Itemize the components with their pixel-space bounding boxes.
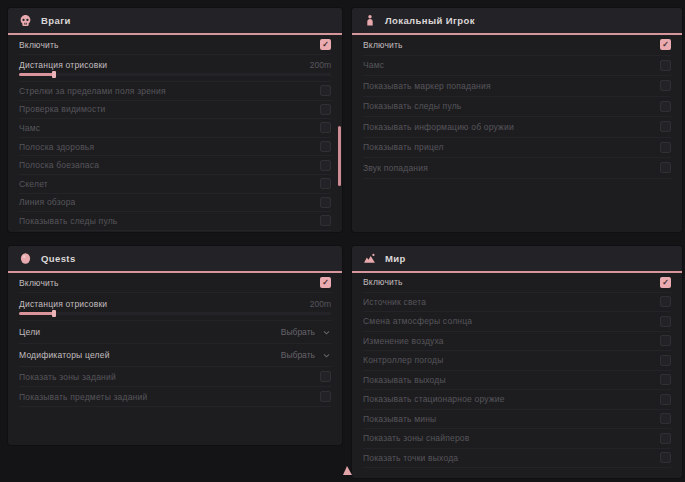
checkbox[interactable]: [320, 160, 331, 171]
panel-quests: Quests Включить✓Дистанция отрисовки200mЦ…: [8, 246, 342, 445]
settings-row: Дистанция отрисовки200m: [19, 55, 331, 82]
settings-row: ЦелиВыбрать: [19, 321, 331, 344]
settings-row: Включить✓: [363, 35, 671, 56]
settings-row: Показывать прицел: [363, 138, 671, 159]
slider-thumb[interactable]: [52, 71, 56, 78]
checkbox[interactable]: [660, 316, 671, 327]
checkbox[interactable]: [660, 121, 671, 132]
row-label: Чамс: [363, 60, 384, 70]
panel-header[interactable]: Мир: [352, 246, 682, 273]
checkbox[interactable]: [320, 104, 331, 115]
settings-row: Изменение воздуха: [363, 332, 671, 352]
checkbox[interactable]: [660, 60, 671, 71]
row-label: Контроллер погоды: [363, 355, 444, 365]
row-label: Показывать выходы: [363, 375, 446, 385]
checkbox[interactable]: [660, 101, 671, 112]
checkbox[interactable]: [660, 433, 671, 444]
dropdown-select[interactable]: Выбрать: [281, 350, 331, 360]
slider-value: 200m: [310, 60, 331, 70]
panel-header[interactable]: Quests: [8, 246, 342, 273]
settings-row: Полоска здоровья: [19, 138, 331, 157]
skull-icon: [19, 14, 32, 27]
quest-icon: [19, 252, 32, 265]
settings-row: Стрелки за пределами поля зрения: [19, 82, 331, 101]
slider-value: 200m: [310, 299, 331, 309]
settings-row: Контроллер погоды: [363, 351, 671, 371]
panel-body: Включить✓Дистанция отрисовки200mЦелиВыбр…: [8, 273, 342, 407]
checkbox[interactable]: ✓: [660, 277, 671, 288]
checkbox[interactable]: [320, 391, 331, 402]
mountain-icon: [363, 252, 376, 265]
dropdown-select[interactable]: Выбрать: [281, 327, 331, 337]
settings-row: Модификаторы целейВыбрать: [19, 344, 331, 367]
checkbox[interactable]: [660, 413, 671, 424]
checkbox[interactable]: [660, 452, 671, 463]
settings-row: Показать зоны заданий: [19, 367, 331, 387]
slider-thumb[interactable]: [52, 310, 56, 317]
settings-row: Чамс: [363, 56, 671, 77]
checkbox[interactable]: [660, 374, 671, 385]
checkbox[interactable]: [320, 371, 331, 382]
settings-row: Включить✓: [19, 35, 331, 55]
panel-title: Враги: [41, 15, 71, 26]
row-label: Включить: [363, 277, 403, 287]
panel-title: Мир: [385, 253, 406, 264]
row-label: Звук попадания: [363, 163, 428, 173]
checkbox[interactable]: [320, 197, 331, 208]
settings-row: Звук попадания: [363, 158, 671, 179]
person-icon: [363, 14, 376, 27]
row-label: Дистанция отрисовки: [19, 299, 107, 309]
checkbox[interactable]: ✓: [320, 39, 331, 50]
checkbox[interactable]: [320, 122, 331, 133]
settings-row: Показывать стационарное оружие: [363, 390, 671, 410]
slider-fill: [19, 73, 55, 76]
row-label: Включить: [19, 40, 59, 50]
checkbox[interactable]: ✓: [660, 39, 671, 50]
row-label: Смена атмосферы солнца: [363, 316, 472, 326]
checkbox[interactable]: ✓: [320, 277, 331, 288]
settings-row: Показывать информацию об оружии: [363, 117, 671, 138]
row-label: Показывать мины: [363, 414, 436, 424]
row-label: Показывать маркер попадания: [363, 81, 491, 91]
row-label: Полоска боезапаса: [19, 160, 99, 170]
panel-local-player: Локальный Игрок Включить✓ЧамсПоказывать …: [352, 8, 682, 232]
slider-track[interactable]: [19, 73, 331, 76]
row-label: Скелет: [19, 179, 48, 189]
slider-header: Дистанция отрисовки200m: [19, 60, 331, 70]
checkbox[interactable]: [660, 394, 671, 405]
row-label: Показывать следы пуль: [363, 101, 461, 111]
scrollbar-thumb[interactable]: [338, 126, 341, 186]
checkbox[interactable]: [660, 142, 671, 153]
checkbox[interactable]: [320, 215, 331, 226]
slider-track[interactable]: [19, 312, 331, 315]
row-label: Показать зоны заданий: [19, 372, 116, 382]
checkbox[interactable]: [660, 296, 671, 307]
settings-row: Скелет: [19, 175, 331, 194]
checkbox[interactable]: [660, 335, 671, 346]
row-label: Стрелки за пределами поля зрения: [19, 86, 166, 96]
row-label: Чамс: [19, 123, 40, 133]
chevron-down-icon: [322, 351, 331, 360]
checkbox[interactable]: [660, 80, 671, 91]
settings-row: Показывать выходы: [363, 371, 671, 391]
dropdown-value: Выбрать: [281, 350, 315, 360]
checkbox[interactable]: [660, 355, 671, 366]
panel-header[interactable]: Локальный Игрок: [352, 8, 682, 35]
row-label: Показывать стационарное оружие: [363, 394, 505, 404]
panel-header[interactable]: Враги: [8, 8, 342, 35]
panel-enemies: Враги Включить✓Дистанция отрисовки200mСт…: [8, 8, 342, 232]
row-label: Модификаторы целей: [19, 350, 110, 360]
checkbox[interactable]: [320, 85, 331, 96]
chevron-down-icon: [322, 328, 331, 337]
settings-row: Полоска боезапаса: [19, 156, 331, 175]
checkbox[interactable]: [320, 141, 331, 152]
settings-row: Дистанция отрисовки200m: [19, 293, 331, 321]
panel-body: Включить✓ЧамсПоказывать маркер попадания…: [352, 35, 682, 179]
row-label: Показывать следы пуль: [19, 216, 117, 226]
checkbox[interactable]: [660, 162, 671, 173]
settings-row: Источник света: [363, 293, 671, 313]
settings-row: Линия обзора: [19, 194, 331, 213]
panel-title: Quests: [41, 253, 76, 264]
settings-row: Показать зоны снайперов: [363, 429, 671, 449]
checkbox[interactable]: [320, 178, 331, 189]
